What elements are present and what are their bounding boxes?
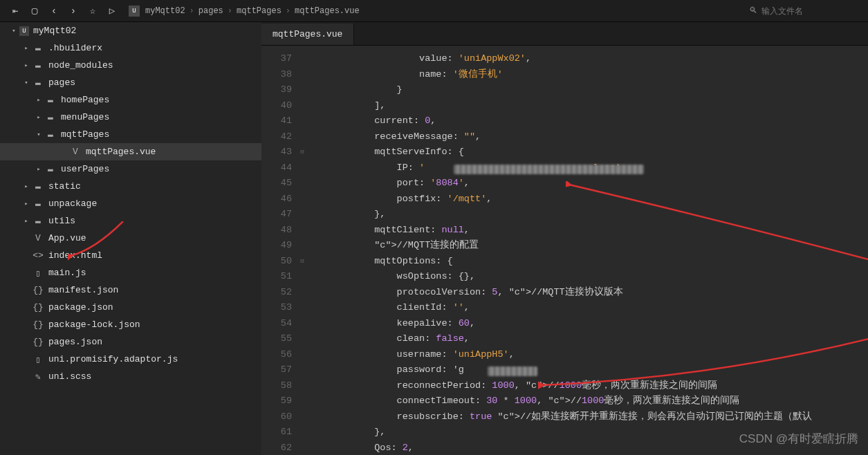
file-icon: {} xyxy=(32,319,44,330)
code-line[interactable]: receiveMessage: "", xyxy=(307,129,868,145)
fold-column: ⊟⊟ xyxy=(297,46,307,455)
search-input[interactable] xyxy=(761,6,858,16)
tree-file[interactable]: {}manifest.json xyxy=(0,281,261,299)
chevron-right-icon: ▸ xyxy=(22,44,30,52)
code-line[interactable]: clientId: '', xyxy=(307,300,868,316)
code-line[interactable]: reconnectPeriod: 1000, "c">//1000毫秒，两次重新… xyxy=(307,378,868,394)
tree-file[interactable]: ▯uni.promisify.adaptor.js xyxy=(0,351,261,368)
code-editor[interactable]: 3738394041424344454647484950515253545556… xyxy=(261,46,868,455)
code-line[interactable]: ], xyxy=(307,98,868,114)
layout-toggle-icon[interactable]: ⇤ xyxy=(6,1,25,21)
folder-icon: ▬ xyxy=(32,60,44,71)
tree-folder[interactable]: ▸▬menuPages xyxy=(0,109,261,126)
star-icon[interactable]: ☆ xyxy=(83,1,102,21)
code-content[interactable]: value: 'uniAppWx02', name: '微信手机' } ], c… xyxy=(307,46,868,455)
tree-label: userPages xyxy=(61,164,109,174)
chevron-down-icon: ▾ xyxy=(35,131,43,138)
tree-label: menuPages xyxy=(61,112,109,122)
tree-label: unpackage xyxy=(48,198,97,209)
file-search[interactable]: 🔍︎ xyxy=(745,4,862,17)
tree-file[interactable]: <>index.html xyxy=(0,247,261,264)
tree-label: static xyxy=(48,181,81,192)
folder-icon: ▬ xyxy=(32,181,44,192)
nav-forward-icon[interactable]: › xyxy=(64,1,83,21)
code-line[interactable]: value: 'uniAppWx02', xyxy=(307,51,868,67)
tree-label: .hbuilderx xyxy=(48,43,102,53)
code-line[interactable]: current: 0, xyxy=(307,113,868,129)
tree-label: pages xyxy=(48,77,75,88)
tree-label: App.vue xyxy=(48,233,86,243)
file-icon: {} xyxy=(32,285,44,295)
redacted-block xyxy=(488,366,537,376)
code-line[interactable]: password: 'g , xyxy=(307,362,868,378)
code-line[interactable]: mqttClient: null, xyxy=(307,223,868,239)
code-line[interactable]: username: 'uniAppH5', xyxy=(307,347,868,363)
breadcrumb-item[interactable]: myMqtt02 xyxy=(142,6,188,16)
file-explorer[interactable]: ▾ U myMqtt02 ▸▬.hbuilderx▸▬node_modules▾… xyxy=(0,22,261,455)
tree-folder[interactable]: ▾▬mqttPages xyxy=(0,126,261,143)
tree-label: package.json xyxy=(48,302,113,313)
code-line[interactable]: postfix: '/mqtt', xyxy=(307,192,868,207)
redacted-block xyxy=(454,165,644,174)
code-line[interactable]: "c">//MQTT连接的配置 xyxy=(307,238,868,254)
breadcrumb: U myMqtt02 › pages › mqttPages › mqttPag… xyxy=(129,6,362,17)
tree-file[interactable]: VmqttPages.vue xyxy=(0,143,261,160)
chevron-right-icon: › xyxy=(226,6,234,16)
file-icon: {} xyxy=(32,337,44,347)
tree-folder[interactable]: ▸▬homePages xyxy=(0,91,261,109)
tree-file[interactable]: {}package-lock.json xyxy=(0,316,261,333)
tree-folder[interactable]: ▸▬static xyxy=(0,178,261,195)
tree-label: index.html xyxy=(48,250,102,261)
project-root[interactable]: ▾ U myMqtt02 xyxy=(0,22,261,39)
tree-folder[interactable]: ▸▬utils xyxy=(0,212,261,230)
line-gutter: 3738394041424344454647484950515253545556… xyxy=(261,46,297,455)
tree-label: main.js xyxy=(48,268,86,278)
file-icon: V xyxy=(32,233,44,243)
tree-label: utils xyxy=(48,216,75,226)
code-line[interactable]: port: '8084', xyxy=(307,176,868,192)
code-line[interactable]: wsOptions: {}, xyxy=(307,269,868,285)
code-line[interactable]: } xyxy=(307,82,868,98)
breadcrumb-item[interactable]: mqttPages.vue xyxy=(292,6,362,16)
breadcrumb-item[interactable]: pages xyxy=(196,6,226,16)
tree-label: pages.json xyxy=(48,337,102,347)
tree-file[interactable]: {}pages.json xyxy=(0,333,261,351)
chevron-right-icon: ▸ xyxy=(22,183,30,190)
tree-label: homePages xyxy=(61,95,109,105)
file-icon: ▯ xyxy=(32,354,44,365)
run-icon[interactable]: ▷ xyxy=(102,1,122,21)
tree-folder[interactable]: ▸▬unpackage xyxy=(0,195,261,212)
code-line[interactable]: name: '微信手机' xyxy=(307,67,868,83)
tab-mqttpages[interactable]: mqttPages.vue xyxy=(261,24,354,45)
code-line[interactable]: clean: false, xyxy=(307,331,868,347)
folder-icon: ▬ xyxy=(32,216,44,226)
code-line[interactable]: mqttOptions: { xyxy=(307,254,868,270)
tree-label: uni.scss xyxy=(48,371,91,382)
tree-file[interactable]: ▯main.js xyxy=(0,264,261,281)
code-line[interactable]: resubscribe: true "c">//如果连接断开并重新连接，则会再次… xyxy=(307,409,868,425)
tree-folder[interactable]: ▸▬.hbuilderx xyxy=(0,39,261,57)
code-line[interactable]: }, xyxy=(307,425,868,440)
tree-folder[interactable]: ▾▬pages xyxy=(0,74,261,91)
folder-icon: ▬ xyxy=(44,164,57,174)
folder-icon: ▬ xyxy=(32,198,44,209)
code-line[interactable]: }, xyxy=(307,207,868,223)
tree-folder[interactable]: ▸▬userPages xyxy=(0,160,261,178)
tree-file[interactable]: ✎uni.scss xyxy=(0,368,261,385)
code-line[interactable]: Qos: 2, xyxy=(307,440,868,456)
chevron-right-icon: › xyxy=(188,6,196,16)
nav-back-icon[interactable]: ‹ xyxy=(44,1,64,21)
tree-file[interactable]: {}package.json xyxy=(0,299,261,316)
folder-icon: ▬ xyxy=(44,129,57,140)
code-line[interactable]: keepalive: 60, xyxy=(307,316,868,332)
save-icon[interactable]: ▢ xyxy=(25,1,44,21)
chevron-right-icon: › xyxy=(284,6,292,16)
file-icon: <> xyxy=(32,250,44,261)
code-line[interactable]: connectTimeout: 30 * 1000, "c">//1000毫秒，… xyxy=(307,393,868,409)
breadcrumb-item[interactable]: mqttPages xyxy=(234,6,284,16)
code-line[interactable]: mqttServeInfo: { xyxy=(307,145,868,160)
code-line[interactable]: protocolVersion: 5, "c">//MQTT连接协议版本 xyxy=(307,285,868,301)
tree-file[interactable]: VApp.vue xyxy=(0,230,261,247)
title-bar: ⇤ ▢ ‹ › ☆ ▷ U myMqtt02 › pages › mqttPag… xyxy=(0,0,868,22)
tree-folder[interactable]: ▸▬node_modules xyxy=(0,57,261,74)
